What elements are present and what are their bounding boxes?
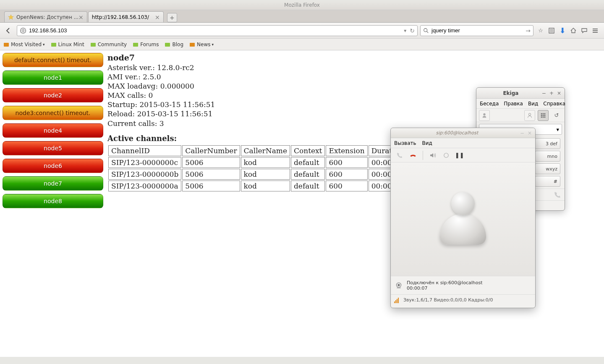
node-button[interactable]: node4	[3, 123, 103, 138]
maximize-icon[interactable]: +	[549, 90, 554, 96]
table-cell: kod	[241, 157, 290, 168]
node-button[interactable]: node2	[3, 88, 103, 102]
sip-stats-text: Звук:1,6/1,7 Видео:0,0/0,0 Кадры:0/0	[403, 297, 493, 303]
asterisk-version: Asterisk ver.: 12.8.0-rc2	[107, 63, 433, 72]
table-cell: kod	[241, 181, 290, 191]
close-tab-icon[interactable]: ×	[155, 14, 160, 21]
history-icon[interactable]: ↺	[551, 110, 562, 121]
dialpad-key[interactable]: #	[535, 176, 560, 187]
menu-icon[interactable]	[590, 25, 601, 36]
ekiga-menu-bar: БеседаПравкаВидСправка	[476, 99, 565, 109]
node-title: node7	[107, 53, 433, 62]
table-cell: SIP/123-0000000a	[108, 181, 181, 191]
bookmark-item[interactable]: Linux Mint	[51, 42, 84, 47]
tab-opennews[interactable]: OpenNews: Доступен ... ×	[4, 11, 87, 22]
ami-version: AMI ver.: 2.5.0	[107, 72, 433, 81]
search-go-icon[interactable]: →	[526, 27, 531, 34]
history-dropdown-icon[interactable]: ▾	[404, 28, 406, 34]
browser-navbar: ▾ ↻ → ☆ ⬇	[0, 23, 604, 39]
dialpad-key[interactable]: mno	[535, 151, 560, 162]
svg-point-17	[483, 113, 485, 115]
sip-menu-item[interactable]: Вид	[422, 140, 432, 146]
node-list: default:connect() timeout.node1node2node…	[3, 53, 103, 212]
node-button[interactable]: node7	[3, 176, 103, 191]
bookmark-label: Linux Mint	[58, 42, 84, 47]
close-icon[interactable]: ×	[528, 130, 532, 136]
url-bar[interactable]: ▾ ↻	[17, 25, 418, 36]
node-button[interactable]: node3:connect() timeout.	[3, 106, 103, 120]
max-calls: MAX calls: 0	[107, 91, 433, 100]
url-input[interactable]	[29, 27, 402, 34]
browser-tabbar: OpenNews: Доступен ... × http://192.168.…	[0, 10, 604, 23]
search-bar[interactable]: →	[420, 25, 533, 36]
tab-label: http://192.168.56.103/	[92, 14, 149, 20]
bookmark-folder-icon	[133, 42, 139, 47]
contact-icon[interactable]	[524, 110, 535, 121]
table-row: SIP/123-0000000c5006koddefault60000:00:0…	[108, 157, 432, 168]
svg-rect-15	[165, 43, 170, 47]
dialpad-icon[interactable]	[538, 110, 549, 121]
speaker-icon[interactable]	[427, 150, 438, 161]
tab-label: OpenNews: Доступен ...	[16, 14, 78, 20]
sip-video-area	[391, 162, 535, 276]
new-tab-button[interactable]: +	[167, 13, 177, 22]
reload-icon[interactable]: ↻	[410, 27, 415, 34]
svg-point-18	[528, 113, 531, 115]
table-header: CallerName	[241, 145, 290, 156]
bookmark-item[interactable]: Forums	[133, 42, 159, 47]
ekiga-menu-item[interactable]: Правка	[504, 101, 523, 107]
svg-rect-25	[541, 116, 542, 118]
ekiga-title-text: Ekiga	[480, 90, 542, 96]
close-icon[interactable]: ×	[557, 90, 561, 96]
chevron-down-icon: ▾	[556, 126, 559, 133]
node-button[interactable]: node6	[3, 159, 103, 173]
node-button[interactable]: node8	[3, 194, 103, 208]
pause-icon[interactable]: ❚❚	[454, 150, 465, 161]
downloads-icon[interactable]: ⬇	[557, 25, 568, 36]
bookmark-item[interactable]: Community	[90, 42, 127, 47]
node-button[interactable]: node5	[3, 141, 103, 155]
tab-192-168-56-103[interactable]: http://192.168.56.103/ ×	[88, 11, 164, 22]
call-icon[interactable]	[394, 150, 405, 161]
table-header: Context	[291, 145, 325, 156]
home-icon[interactable]	[568, 25, 579, 36]
sip-call-window[interactable]: sip:600@localhost − × ВызватьВид ❚❚ Подк…	[390, 128, 536, 308]
bookmarks-list-icon[interactable]	[546, 25, 557, 36]
back-button[interactable]	[3, 26, 13, 36]
close-tab-icon[interactable]: ×	[78, 14, 84, 21]
svg-rect-24	[544, 115, 546, 116]
svg-rect-13	[91, 43, 96, 47]
back-icon	[5, 27, 12, 34]
bookmark-item[interactable]: News▾	[189, 42, 214, 47]
bookmark-item[interactable]: Blog	[165, 42, 183, 47]
ekiga-menu-item[interactable]: Беседа	[480, 101, 499, 107]
signal-icon	[394, 297, 400, 303]
ekiga-menu-item[interactable]: Справка	[543, 101, 565, 107]
hangup-icon[interactable]	[408, 150, 418, 161]
max-loadavg: MAX loadavg: 0.000000	[107, 81, 433, 91]
minimize-icon[interactable]: −	[542, 90, 546, 96]
chevron-down-icon: ▾	[212, 42, 214, 47]
bookmark-star-icon[interactable]: ☆	[535, 25, 546, 36]
node-button[interactable]: default:connect() timeout.	[3, 53, 103, 67]
sip-titlebar[interactable]: sip:600@localhost − ×	[391, 128, 535, 138]
node-button[interactable]: node1	[3, 71, 103, 85]
chat-icon[interactable]	[579, 25, 590, 36]
ekiga-menu-item[interactable]: Вид	[528, 101, 538, 107]
svg-point-29	[444, 153, 449, 157]
hold-icon[interactable]	[441, 150, 452, 161]
minimize-icon[interactable]: −	[520, 130, 524, 136]
table-header: Extension	[326, 145, 367, 156]
bookmark-label: News	[197, 42, 210, 47]
bookmark-item[interactable]: Most Visited▾	[3, 42, 45, 47]
table-cell: default	[291, 181, 325, 191]
ekiga-titlebar[interactable]: Ekiga − + ×	[476, 88, 565, 99]
search-input[interactable]	[431, 27, 526, 34]
table-header: ChannelID	[108, 145, 181, 156]
separator	[423, 151, 423, 160]
phone-icon[interactable]	[554, 191, 561, 199]
dialpad-key[interactable]: 3 def	[535, 138, 560, 149]
dialpad-key[interactable]: wxyz	[535, 163, 560, 174]
sip-menu-item[interactable]: Вызвать	[394, 140, 416, 146]
presence-icon[interactable]	[479, 110, 490, 121]
